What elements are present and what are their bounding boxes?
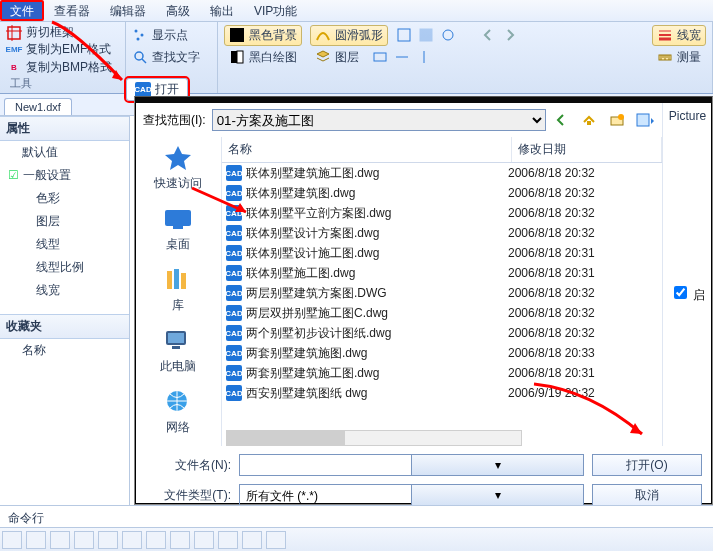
layers-button[interactable]: 图层 bbox=[310, 47, 364, 68]
status-cell[interactable] bbox=[2, 531, 22, 549]
mono-draw-button[interactable]: 黑白绘图 bbox=[224, 47, 302, 68]
filetype-combo[interactable]: 所有文件 (*.*)▾ bbox=[239, 484, 584, 506]
line-width-button[interactable]: 线宽 bbox=[652, 25, 706, 46]
status-cell[interactable] bbox=[26, 531, 46, 549]
find-text-button[interactable]: 查找文字 bbox=[152, 49, 200, 66]
nav-fwd-icon[interactable] bbox=[502, 27, 518, 43]
lookin-select[interactable]: 01-方案及施工图 bbox=[212, 109, 546, 131]
file-date: 2006/9/19 20:32 bbox=[508, 386, 658, 400]
filename-combo[interactable]: ▾ bbox=[239, 454, 584, 476]
cancel-button[interactable]: 取消 bbox=[592, 484, 702, 506]
menu-advanced[interactable]: 高级 bbox=[156, 0, 200, 21]
file-row[interactable]: CAD两层别墅建筑方案图.DWG2006/8/18 20:32 bbox=[222, 283, 662, 303]
misc-icon-1[interactable] bbox=[396, 27, 412, 43]
file-row[interactable]: CAD两套别墅建筑施工图.dwg2006/8/18 20:31 bbox=[222, 363, 662, 383]
misc-icon-4[interactable] bbox=[372, 49, 388, 65]
status-cell[interactable] bbox=[122, 531, 142, 549]
file-row[interactable]: CAD两套别墅建筑施图.dwg2006/8/18 20:33 bbox=[222, 343, 662, 363]
desktop-icon bbox=[161, 204, 195, 234]
newfolder-icon[interactable] bbox=[608, 111, 626, 129]
back-icon[interactable] bbox=[552, 111, 570, 129]
status-cell[interactable] bbox=[50, 531, 70, 549]
menu-file[interactable]: 文件 bbox=[0, 0, 44, 21]
status-cell[interactable] bbox=[242, 531, 262, 549]
ruler-icon bbox=[657, 49, 673, 65]
smooth-arc-button[interactable]: 圆滑弧形 bbox=[310, 25, 388, 46]
file-row[interactable]: CAD联体别墅施工图.dwg2006/8/18 20:31 bbox=[222, 263, 662, 283]
file-name: 联体别墅设计方案图.dwg bbox=[246, 225, 508, 242]
misc-icon-6[interactable] bbox=[416, 49, 432, 65]
misc-icon-3[interactable] bbox=[440, 27, 456, 43]
copy-bmp-button[interactable]: 复制为BMP格式 bbox=[26, 59, 112, 76]
file-row[interactable]: CAD联体别墅建筑施工图.dwg2006/8/18 20:32 bbox=[222, 163, 662, 183]
status-cell[interactable] bbox=[218, 531, 238, 549]
hscrollbar[interactable] bbox=[226, 430, 522, 446]
nav-back-icon[interactable] bbox=[480, 27, 496, 43]
misc-icon-2[interactable] bbox=[418, 27, 434, 43]
file-name: 两套别墅建筑施图.dwg bbox=[246, 345, 508, 362]
status-cell[interactable] bbox=[98, 531, 118, 549]
place-thispc[interactable]: 此电脑 bbox=[137, 324, 219, 381]
chevron-down-icon[interactable]: ▾ bbox=[411, 455, 583, 475]
svg-rect-20 bbox=[174, 269, 179, 289]
show-points-button[interactable]: 显示点 bbox=[152, 27, 188, 44]
commandline-label: 命令行 bbox=[0, 505, 713, 527]
chevron-down-icon[interactable]: ▾ bbox=[411, 485, 583, 505]
misc-icon-5[interactable] bbox=[394, 49, 410, 65]
status-cell[interactable] bbox=[170, 531, 190, 549]
ribbon-group-tools: 工具 bbox=[6, 76, 119, 91]
panel-defaults[interactable]: 默认值 bbox=[0, 141, 129, 164]
status-cell[interactable] bbox=[266, 531, 286, 549]
status-cell[interactable] bbox=[194, 531, 214, 549]
svg-point-1 bbox=[135, 30, 138, 33]
viewmenu-icon[interactable] bbox=[636, 111, 654, 129]
file-date: 2006/8/18 20:31 bbox=[508, 266, 658, 280]
emf-icon: EMF bbox=[6, 42, 22, 58]
black-bg-button[interactable]: 黑色背景 bbox=[224, 25, 302, 46]
panel-favorites[interactable]: 收藏夹 bbox=[0, 314, 129, 339]
status-cell[interactable] bbox=[74, 531, 94, 549]
panel-item-color[interactable]: 色彩 bbox=[0, 187, 129, 210]
file-row[interactable]: CAD两个别墅初步设计图纸.dwg2006/8/18 20:32 bbox=[222, 323, 662, 343]
place-desktop[interactable]: 桌面 bbox=[137, 202, 219, 259]
file-row[interactable]: CAD联体别墅设计方案图.dwg2006/8/18 20:32 bbox=[222, 223, 662, 243]
copy-emf-button[interactable]: 复制为EMF格式 bbox=[26, 41, 111, 58]
col-name[interactable]: 名称 bbox=[222, 137, 512, 162]
file-date: 2006/8/18 20:33 bbox=[508, 346, 658, 360]
place-network[interactable]: 网络 bbox=[137, 385, 219, 442]
col-date[interactable]: 修改日期 bbox=[512, 137, 662, 162]
file-date: 2006/8/18 20:32 bbox=[508, 186, 658, 200]
up-icon[interactable] bbox=[580, 111, 598, 129]
place-library[interactable]: 库 bbox=[137, 263, 219, 320]
menu-output[interactable]: 输出 bbox=[200, 0, 244, 21]
enable-preview-check[interactable]: 启 bbox=[670, 283, 705, 304]
cad-file-icon: CAD bbox=[226, 225, 242, 241]
panel-attributes[interactable]: 属性 bbox=[0, 116, 129, 141]
pc-icon bbox=[161, 326, 195, 356]
open-button[interactable]: 打开(O) bbox=[592, 454, 702, 476]
lookin-label: 查找范围(I): bbox=[143, 112, 206, 129]
menu-viewer[interactable]: 查看器 bbox=[44, 0, 100, 21]
file-list[interactable]: CAD联体别墅建筑施工图.dwg2006/8/18 20:32CAD联体别墅建筑… bbox=[222, 163, 662, 446]
panel-general[interactable]: 一般设置 bbox=[0, 164, 129, 187]
panel-item-ltscale[interactable]: 线型比例 bbox=[0, 256, 129, 279]
panel-item-linetype[interactable]: 线型 bbox=[0, 233, 129, 256]
panel-item-layer[interactable]: 图层 bbox=[0, 210, 129, 233]
svg-rect-18 bbox=[173, 226, 183, 229]
tab-new1[interactable]: New1.dxf bbox=[4, 98, 72, 115]
file-row[interactable]: CAD两层双拼别墅施工图C.dwg2006/8/18 20:32 bbox=[222, 303, 662, 323]
file-row[interactable]: CAD联体别墅建筑图.dwg2006/8/18 20:32 bbox=[222, 183, 662, 203]
place-quick[interactable]: 快速访问 bbox=[137, 141, 219, 198]
svg-rect-7 bbox=[420, 29, 432, 41]
file-row[interactable]: CAD联体别墅设计施工图.dwg2006/8/18 20:31 bbox=[222, 243, 662, 263]
status-cell[interactable] bbox=[146, 531, 166, 549]
panel-item-lweight[interactable]: 线宽 bbox=[0, 279, 129, 302]
menu-vip[interactable]: VIP功能 bbox=[244, 0, 307, 21]
crop-frame-button[interactable]: 剪切框架 bbox=[26, 24, 74, 41]
measure-button[interactable]: 测量 bbox=[652, 47, 706, 68]
star-icon bbox=[161, 143, 195, 173]
menu-editor[interactable]: 编辑器 bbox=[100, 0, 156, 21]
file-row[interactable]: CAD联体别墅平立剖方案图.dwg2006/8/18 20:32 bbox=[222, 203, 662, 223]
file-row[interactable]: CAD西安别墅建筑图纸 dwg2006/9/19 20:32 bbox=[222, 383, 662, 403]
filelist-header[interactable]: 名称 修改日期 bbox=[222, 137, 662, 163]
